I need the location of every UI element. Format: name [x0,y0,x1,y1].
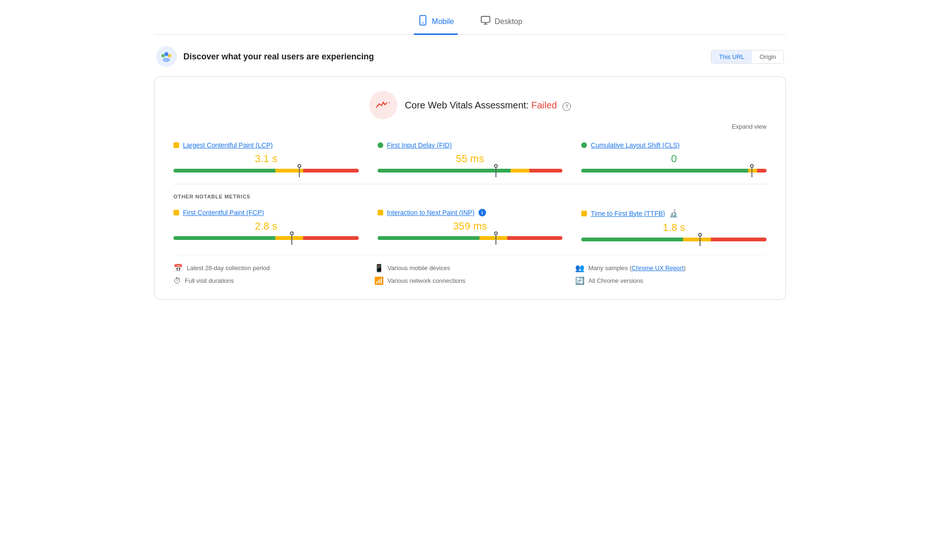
bar-green-inp [378,236,479,240]
footer-icon-2: 👥 [575,264,585,272]
footer-text-1: Various mobile devices [388,264,450,272]
metric-name-fcp[interactable]: First Contentful Paint (FCP) [183,209,264,216]
bar-track-inp [378,236,563,240]
bar-red-cls [757,169,767,173]
metric-label-lcp: Largest Contentful Paint (LCP) [173,141,359,149]
marker-fcp [290,233,294,245]
metric-label-inp: Interaction to Next Paint (INP) i [378,209,563,216]
progress-bar-fid [378,169,563,173]
expand-view-button[interactable]: Expand view [173,123,767,130]
bar-orange-fid [511,169,529,173]
header-row: Discover what your real users are experi… [154,46,786,67]
marker-pin-fid [495,168,496,177]
footer-text-5: All Chrome versions [588,277,643,284]
metric-name-inp[interactable]: Interaction to Next Paint (INP) [387,209,475,216]
progress-bar-lcp [173,169,359,173]
progress-bar-inp [378,236,563,240]
svg-rect-0 [420,16,426,25]
cwv-header: Core Web Vitals Assessment: Failed ? [173,91,767,119]
footer-icon-5: 🔄 [575,276,585,285]
metric-dot-fcp [173,210,179,215]
marker-pin-cls [751,168,752,177]
footer-item-2: 👥 Many samples (Chrome UX Report) [575,264,767,272]
marker-ttfb [698,235,702,246]
tab-desktop[interactable]: Desktop [477,9,526,35]
metric-value-fcp: 2.8 s [173,220,359,232]
tab-desktop-label: Desktop [495,17,522,26]
bar-red-ttfb [711,238,767,241]
metric-dot-lcp [173,142,179,148]
marker-pin-ttfb [700,237,701,246]
footer-icon-4: 📶 [374,276,384,285]
metric-ttfb: Time to First Byte (TTFB) 🔬 1.8 s [581,209,767,241]
bar-orange-inp [479,236,507,240]
cwv-help-icon[interactable]: ? [562,102,571,111]
footer-text-3: Full visit durations [185,277,234,284]
metric-fcp: First Contentful Paint (FCP) 2.8 s [173,209,359,241]
desktop-icon [480,15,491,28]
info-icon[interactable]: i [478,209,486,216]
bar-orange-fcp [275,236,303,240]
bar-green-ttfb [581,238,683,241]
header-avatar [156,46,177,67]
metric-name-fid[interactable]: First Input Delay (FID) [387,141,452,149]
footer-text-2: Many samples (Chrome UX Report) [588,264,686,272]
experiment-icon[interactable]: 🔬 [669,209,678,218]
bar-orange-ttfb [683,238,711,241]
tab-mobile-label: Mobile [432,17,454,26]
metric-dot-ttfb [581,211,587,216]
other-metrics-grid: First Contentful Paint (FCP) 2.8 s I [173,209,767,241]
footer-item-4: 📶 Various network connections [374,276,566,285]
progress-bar-cls [581,169,767,173]
metric-dot-cls [581,142,587,148]
mobile-icon [418,15,428,28]
marker-circle-fid [494,164,498,168]
metric-value-ttfb: 1.8 s [581,222,767,234]
cwv-assessment-status: Failed [531,100,557,110]
marker-circle-lcp [297,164,301,168]
card-footer: 📅 Latest 28-day collection period 📱 Vari… [173,255,767,285]
header-title: Discover what your real users are experi… [183,52,374,62]
metric-dot-fid [378,142,383,148]
bar-green-fcp [173,236,275,240]
marker-pin-fcp [291,235,292,245]
svg-point-7 [168,54,172,58]
metric-cls: Cumulative Layout Shift (CLS) 0 [581,141,767,173]
bar-track-fid [378,169,563,173]
marker-circle-fcp [290,231,294,235]
this-url-button[interactable]: This URL [711,50,752,63]
metric-value-lcp: 3.1 s [173,153,359,165]
tab-mobile[interactable]: Mobile [414,9,458,35]
main-card: Core Web Vitals Assessment: Failed ? Exp… [154,76,786,300]
bar-red-fcp [303,236,359,240]
bar-red-lcp [303,169,359,173]
tabs-container: Mobile Desktop [154,9,786,35]
marker-cls [750,166,754,177]
footer-item-1: 📱 Various mobile devices [374,264,566,272]
metric-name-lcp[interactable]: Largest Contentful Paint (LCP) [183,141,273,149]
bar-track-ttfb [581,238,767,241]
bar-track-fcp [173,236,359,240]
footer-text-0: Latest 28-day collection period [187,264,270,272]
svg-point-8 [163,58,170,62]
marker-lcp [297,166,301,177]
marker-pin-lcp [299,168,300,177]
marker-circle-cls [750,164,754,168]
marker-circle-ttfb [698,233,702,237]
metric-name-ttfb[interactable]: Time to First Byte (TTFB) [591,210,665,217]
marker-circle-inp [494,231,498,235]
marker-fid [494,166,498,177]
bar-track-cls [581,169,767,173]
origin-button[interactable]: Origin [752,50,783,63]
footer-text-4: Various network connections [388,277,465,284]
metric-name-cls[interactable]: Cumulative Layout Shift (CLS) [591,141,679,149]
footer-icon-0: 📅 [173,264,183,272]
core-metrics-grid: Largest Contentful Paint (LCP) 3.1 s [173,141,767,173]
metric-label-fcp: First Contentful Paint (FCP) [173,209,359,216]
header-left: Discover what your real users are experi… [156,46,374,67]
chrome-ux-link[interactable]: Chrome UX Report [632,264,684,272]
bar-green-cls [581,169,748,173]
progress-bar-fcp [173,236,359,240]
metric-label-ttfb: Time to First Byte (TTFB) 🔬 [581,209,767,218]
metric-fid: First Input Delay (FID) 55 ms [378,141,563,173]
